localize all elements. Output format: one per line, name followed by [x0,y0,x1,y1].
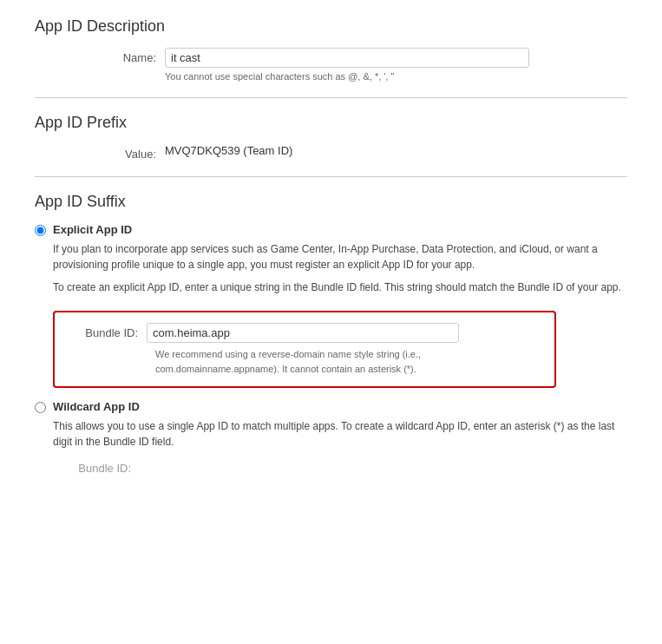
prefix-value-label: Value: [35,144,165,161]
wildcard-app-id-option: Wildcard App ID This allows you to use a… [35,400,627,475]
name-field-content: You cannot use special characters such a… [165,48,627,82]
wildcard-radio-content: Wildcard App ID This allows you to use a… [53,400,627,475]
prefix-value-content: MVQ7DKQ539 (Team ID) [165,144,627,157]
wildcard-bundle-id-label: Bundle ID: [70,458,140,475]
explicit-radio-title: Explicit App ID [53,223,627,236]
app-id-description-section: App ID Description Name: You cannot use … [35,17,627,82]
prefix-field-row: Value: MVQ7DKQ539 (Team ID) [35,144,627,161]
bundle-field-row: Bundle ID: [69,323,541,343]
name-field-row: Name: You cannot use special characters … [35,48,627,82]
name-label: Name: [35,48,165,64]
app-id-prefix-section: App ID Prefix Value: MVQ7DKQ539 (Team ID… [35,114,627,161]
explicit-description-1: If you plan to incorporate app services … [53,241,627,273]
wildcard-description: This allows you to use a single App ID t… [53,418,627,450]
explicit-app-id-option: Explicit App ID If you plan to incorpora… [35,223,627,388]
bundle-id-input[interactable] [147,323,459,343]
bundle-id-box: Bundle ID: We recommend using a reverse-… [53,311,556,388]
app-id-suffix-title: App ID Suffix [35,193,627,211]
wildcard-radio[interactable] [35,402,46,413]
explicit-radio[interactable] [35,225,46,236]
explicit-description-2: To create an explicit App ID, enter a un… [53,279,627,295]
name-input[interactable] [165,48,529,68]
prefix-value: MVQ7DKQ539 (Team ID) [165,141,292,157]
page-container: App ID Description Name: You cannot use … [0,0,662,504]
explicit-radio-content: Explicit App ID If you plan to incorpora… [53,223,627,388]
wildcard-radio-title: Wildcard App ID [53,400,627,413]
divider-1 [35,97,627,98]
app-id-suffix-section: App ID Suffix Explicit App ID If you pla… [35,193,627,475]
divider-2 [35,176,627,177]
wildcard-bundle-row: Bundle ID: [70,458,627,475]
app-id-description-title: App ID Description [35,17,627,36]
name-hint: You cannot use special characters such a… [165,71,627,82]
bundle-id-hint: We recommend using a reverse-domain name… [155,347,541,376]
bundle-id-label: Bundle ID: [69,323,147,339]
app-id-prefix-title: App ID Prefix [35,114,627,132]
